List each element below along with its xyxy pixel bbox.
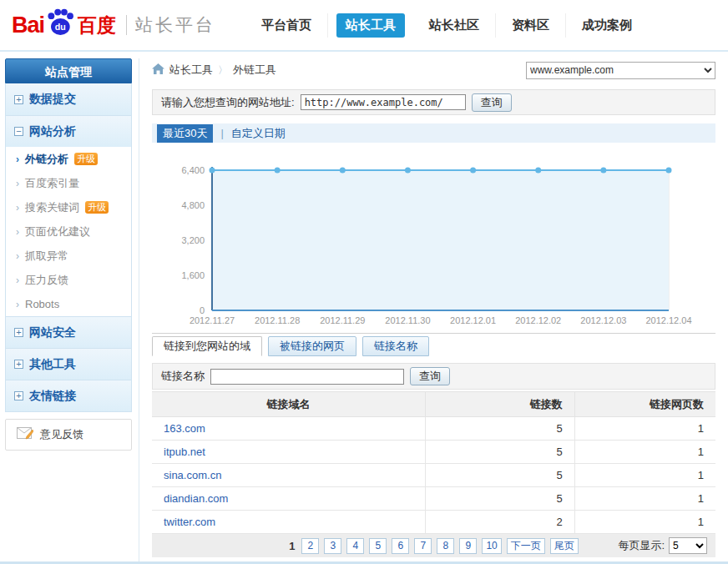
per-page-label: 每页显示: (618, 538, 665, 553)
baidu-paw-icon: du (45, 8, 75, 37)
domain-link[interactable]: itpub.net (164, 446, 205, 458)
sidebar-item-2[interactable]: ›外链分析升级 (6, 147, 131, 171)
page-button-4[interactable]: 4 (346, 538, 364, 554)
expand-icon[interactable]: + (14, 391, 23, 400)
svg-text:6,400: 6,400 (181, 165, 205, 175)
sidebar-label: 页面优化建议 (25, 224, 90, 239)
sidebar-label: 网站分析 (29, 124, 76, 139)
sidebar-label: 压力反馈 (25, 273, 68, 288)
domain-link[interactable]: 163.com (164, 422, 205, 435)
sidebar-label: 搜索关键词 (25, 200, 79, 215)
nav-success-cases[interactable]: 成功案例 (566, 13, 648, 38)
sidebar-item-6[interactable]: ›抓取异常 (6, 244, 131, 268)
query-button[interactable]: 查询 (472, 93, 512, 112)
section-divider (152, 333, 715, 334)
breadcrumb: 站长工具 〉 外链工具 (152, 63, 276, 78)
sidebar-label: 抓取异常 (25, 249, 68, 264)
svg-text:2012.12.04: 2012.12.04 (645, 315, 691, 325)
svg-text:4,800: 4,800 (181, 200, 205, 210)
svg-text:2012.11.28: 2012.11.28 (255, 315, 300, 325)
sidebar-group-1[interactable]: −网站分析 (6, 115, 131, 147)
top-header: Bai du 百度 站长平台 平台首页 站长工具 站长社区 资料区 成功案例 (0, 0, 728, 52)
sidebar-group-9[interactable]: +网站安全 (6, 316, 131, 348)
link-count-cell: 5 (425, 417, 574, 441)
sidebar-item-7[interactable]: ›压力反馈 (6, 268, 131, 292)
sidebar-label: 数据提交 (29, 92, 76, 107)
svg-text:2012.12.03: 2012.12.03 (580, 315, 626, 325)
logo-divider (126, 15, 127, 35)
col-link-domain: 链接域名 (152, 392, 425, 417)
svg-text:2012.11.27: 2012.11.27 (190, 315, 235, 325)
sidebar-item-3[interactable]: ›百度索引量 (6, 171, 131, 195)
tab-custom-date[interactable]: 自定义日期 (231, 126, 286, 141)
linking-domains-table: 链接域名 链接数 链接网页数 163.com51itpub.net51sina.… (152, 391, 715, 534)
svg-text:2012.12.01: 2012.12.01 (450, 315, 496, 325)
date-tab-separator: | (220, 127, 223, 139)
link-name-query-button[interactable]: 查询 (410, 367, 450, 385)
nav-platform-home[interactable]: 平台首页 (245, 13, 328, 38)
nav-resources[interactable]: 资料区 (496, 13, 566, 38)
next-page-button[interactable]: 下一页 (507, 538, 545, 554)
table-row: twitter.com21 (152, 511, 715, 534)
logo-product-name: 站长平台 (135, 13, 215, 37)
table-row: 163.com51 (152, 417, 715, 441)
col-link-count: 链接数 (425, 392, 574, 417)
chevron-right-icon: › (16, 154, 19, 165)
breadcrumb-item-tools[interactable]: 站长工具 (169, 63, 213, 78)
nav-webmaster-tools[interactable]: 站长工具 (336, 13, 405, 38)
linked-pages-cell: 1 (574, 487, 715, 511)
sidebar-item-5[interactable]: ›页面优化建议 (6, 219, 131, 244)
domain-link[interactable]: sina.com.cn (164, 469, 221, 481)
page-button-10[interactable]: 10 (482, 538, 501, 554)
expand-icon[interactable]: + (14, 95, 23, 104)
sidebar-group-10[interactable]: +其他工具 (6, 348, 131, 380)
domain-link[interactable]: diandian.com (164, 492, 228, 505)
tab-anchor-text[interactable]: 链接名称 (362, 336, 429, 356)
page-button-8[interactable]: 8 (437, 538, 454, 554)
link-name-input[interactable] (210, 369, 404, 385)
sidebar-group-11[interactable]: +友情链接 (6, 380, 131, 411)
last-page-button[interactable]: 尾页 (550, 538, 579, 554)
date-range-bar: 最近30天 | 自定义日期 (152, 123, 715, 143)
site-select[interactable]: www.example.com (526, 62, 715, 79)
breadcrumb-separator: 〉 (218, 63, 228, 78)
chevron-right-icon: › (16, 226, 19, 238)
svg-text:1,600: 1,600 (181, 270, 205, 280)
page-button-7[interactable]: 7 (414, 538, 432, 554)
logo-text-baidu-cn: 百度 (78, 13, 116, 38)
page-button-3[interactable]: 3 (324, 538, 341, 554)
sidebar-menu: +数据提交−网站分析›外链分析升级›百度索引量›搜索关键词升级›页面优化建议›抓… (5, 83, 132, 412)
sidebar-group-0[interactable]: +数据提交 (6, 83, 131, 115)
site-url-input[interactable] (301, 94, 466, 110)
col-linked-pages-count: 链接网页数 (574, 392, 715, 417)
expand-icon[interactable]: + (14, 328, 23, 337)
tab-linked-pages[interactable]: 被链接的网页 (268, 336, 356, 356)
sidebar-label: 其他工具 (29, 357, 76, 372)
page-button-5[interactable]: 5 (369, 538, 387, 554)
tab-linking-domains[interactable]: 链接到您网站的域 (152, 336, 262, 356)
svg-text:du: du (55, 22, 66, 32)
tab-last-30-days[interactable]: 最近30天 (157, 124, 213, 143)
page-button-6[interactable]: 6 (392, 538, 409, 554)
nav-community[interactable]: 站长社区 (413, 13, 496, 38)
home-icon[interactable] (152, 63, 164, 77)
linked-pages-cell: 1 (574, 441, 715, 464)
baidu-logo[interactable]: Bai du 百度 站长平台 (12, 8, 215, 42)
upgrade-badge: 升级 (74, 153, 98, 165)
page-current: 1 (289, 540, 295, 552)
per-page-select[interactable]: 5 (669, 537, 707, 554)
feedback-button[interactable]: 意见反馈 (5, 419, 132, 451)
sidebar-label: 百度索引量 (25, 176, 79, 191)
table-row: sina.com.cn51 (152, 464, 715, 487)
sidebar-item-8[interactable]: ›Robots (6, 292, 131, 316)
domain-link[interactable]: twitter.com (164, 516, 215, 528)
page-button-9[interactable]: 9 (459, 538, 477, 554)
feedback-icon (17, 427, 33, 442)
page-button-2[interactable]: 2 (301, 538, 319, 554)
expand-icon[interactable]: + (14, 360, 23, 369)
per-page-control: 每页显示: 5 (618, 537, 707, 554)
collapse-icon[interactable]: − (14, 127, 23, 136)
sidebar-item-4[interactable]: ›搜索关键词升级 (6, 195, 131, 219)
breadcrumb-row: 站长工具 〉 外链工具 www.example.com (152, 58, 715, 82)
main-content: 站长工具 〉 外链工具 www.example.com 请输入您想查询的网站地址… (139, 58, 715, 562)
